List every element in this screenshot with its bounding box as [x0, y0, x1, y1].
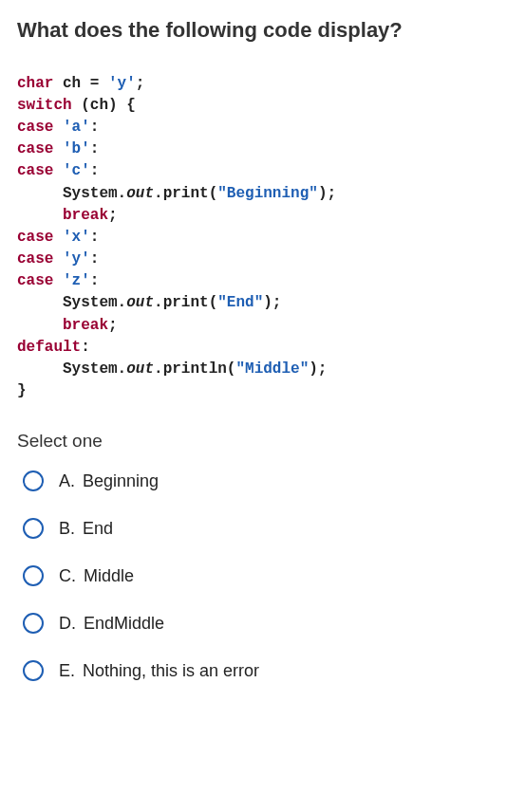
code-token: 'x' — [63, 229, 90, 246]
code-token: out — [126, 294, 154, 311]
code-token: default — [17, 339, 81, 356]
code-token: ); — [263, 294, 281, 311]
options-list: A. Beginning B. End C. Middle D. EndMidd… — [17, 471, 490, 681]
code-token: .print( — [154, 185, 217, 202]
code-token: .println( — [154, 360, 235, 378]
code-token: : — [90, 272, 100, 289]
option-letter: B. — [59, 519, 75, 539]
option-text: Beginning — [83, 471, 159, 491]
code-token: 'c' — [63, 162, 90, 179]
question-title: What does the following code display? — [17, 17, 490, 45]
code-token: switch — [17, 97, 72, 114]
code-token: System. — [17, 360, 126, 378]
code-token: 'y' — [108, 75, 136, 92]
option-text: Nothing, this is an error — [83, 661, 259, 681]
option-d[interactable]: D. EndMiddle — [23, 613, 490, 634]
option-letter: C. — [59, 566, 76, 586]
code-token: case — [17, 272, 63, 289]
code-token — [17, 317, 63, 334]
code-token — [17, 207, 63, 224]
code-token: ; — [108, 207, 118, 224]
option-letter: A. — [59, 471, 75, 491]
option-text: EndMiddle — [84, 614, 164, 634]
code-token: ); — [318, 185, 336, 202]
option-a[interactable]: A. Beginning — [23, 471, 490, 491]
code-token: 'z' — [63, 272, 90, 289]
code-token: char — [17, 75, 53, 92]
select-one-label: Select one — [17, 431, 490, 452]
option-text: End — [83, 519, 113, 539]
option-label: E. Nothing, this is an error — [59, 661, 259, 681]
radio-icon[interactable] — [23, 660, 44, 681]
code-token: "Middle" — [235, 360, 309, 378]
code-token: : — [90, 162, 100, 179]
option-label: B. End — [59, 519, 113, 539]
code-token: : — [90, 119, 100, 136]
code-token: break — [63, 317, 108, 334]
option-label: A. Beginning — [59, 471, 159, 491]
code-token: (ch) { — [72, 97, 136, 114]
radio-icon[interactable] — [23, 613, 44, 634]
code-token: case — [17, 119, 63, 136]
radio-icon[interactable] — [23, 565, 44, 586]
code-token: out — [126, 185, 154, 202]
code-token: : — [90, 250, 100, 268]
code-token: case — [17, 229, 63, 246]
code-token: : — [81, 339, 90, 356]
code-token: System. — [17, 294, 126, 311]
radio-icon[interactable] — [23, 518, 44, 539]
code-token: 'y' — [63, 250, 90, 268]
code-token: 'a' — [63, 119, 90, 136]
radio-icon[interactable] — [23, 471, 44, 491]
code-token: case — [17, 250, 63, 268]
code-token: case — [17, 162, 63, 179]
code-token: "Beginning" — [217, 185, 318, 202]
code-token: 'b' — [63, 140, 90, 157]
option-e[interactable]: E. Nothing, this is an error — [23, 660, 490, 681]
option-label: D. EndMiddle — [59, 614, 164, 634]
code-token: .print( — [154, 294, 217, 311]
code-token: "End" — [217, 294, 263, 311]
code-token: : — [90, 229, 100, 246]
code-block: char ch = 'y'; switch (ch) { case 'a': c… — [17, 73, 490, 403]
option-c[interactable]: C. Middle — [23, 565, 490, 586]
option-text: Middle — [84, 566, 134, 586]
code-token: System. — [17, 185, 126, 202]
code-token: out — [126, 360, 154, 378]
option-b[interactable]: B. End — [23, 518, 490, 539]
code-token: ; — [108, 317, 118, 334]
code-token: break — [63, 207, 108, 224]
code-token: ); — [309, 360, 327, 378]
code-token: case — [17, 140, 63, 157]
code-token: } — [17, 382, 27, 399]
code-token: ch = — [53, 75, 108, 92]
option-letter: E. — [59, 661, 75, 681]
code-token: : — [90, 140, 100, 157]
option-letter: D. — [59, 614, 76, 634]
option-label: C. Middle — [59, 566, 134, 586]
code-token: ; — [136, 75, 145, 92]
